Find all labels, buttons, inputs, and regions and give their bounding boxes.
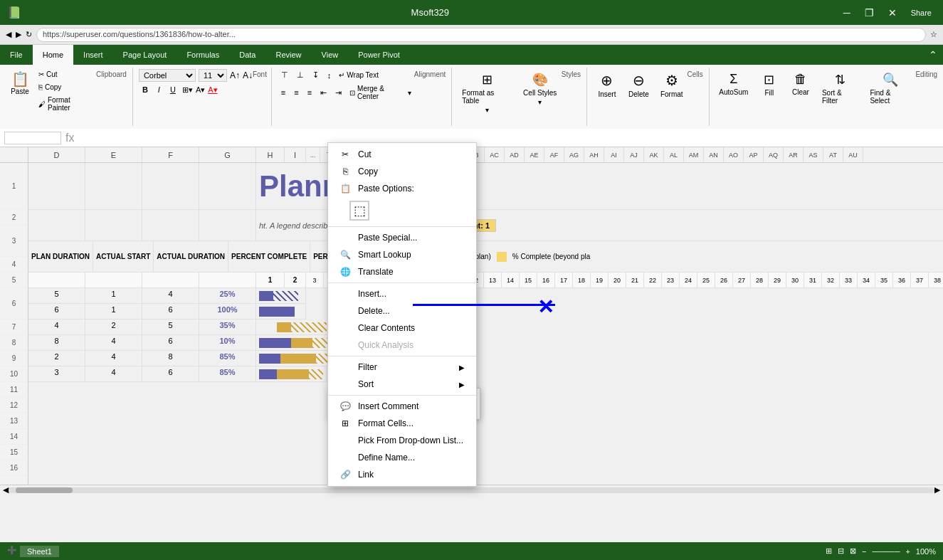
zoom-out-button[interactable]: −	[862, 547, 866, 556]
ctx-format-cells[interactable]: ⊞ Format Cells...	[328, 415, 476, 432]
font-color-button[interactable]: A▾	[208, 85, 217, 95]
ribbon-collapse-button[interactable]: ⌃	[929, 49, 937, 60]
text-direction-button[interactable]: ↕	[324, 69, 335, 81]
merge-center-button[interactable]: ⊡ Merge & Center ▾	[347, 83, 414, 102]
cut-button[interactable]: ✂ Cut	[36, 69, 96, 80]
fill-color-button[interactable]: A▾	[196, 85, 205, 95]
zoom-slider[interactable]: ─────	[872, 547, 900, 556]
tab-view[interactable]: View	[312, 45, 349, 65]
cells-area[interactable]: Planner ht. A legend describing the char…	[28, 163, 943, 485]
tab-home[interactable]: Home	[33, 45, 73, 65]
tab-power-pivot[interactable]: Power Pivot	[348, 45, 410, 65]
merge-center-label: Merge & Center	[357, 85, 406, 100]
tab-file[interactable]: File	[0, 45, 33, 65]
wrap-text-button[interactable]: ↵ Wrap Text	[336, 69, 381, 81]
insert-icon: ⊕	[601, 72, 613, 89]
view-normal-button[interactable]: ⊞	[826, 546, 832, 556]
ctx-paste-option[interactable]: ⬚	[328, 197, 476, 224]
format-button[interactable]: ⚙ Format	[656, 69, 688, 125]
cell-plan-2: 6	[28, 304, 85, 319]
view-page-button[interactable]: ⊠	[850, 546, 856, 556]
align-left-button[interactable]: ≡	[278, 87, 289, 98]
ctx-filter[interactable]: Filter ▶	[328, 359, 476, 376]
insert-button[interactable]: ⊕ Insert	[593, 69, 621, 125]
sheet-tab-1[interactable]: Sheet1	[20, 546, 59, 557]
refresh-button[interactable]: ↻	[26, 30, 32, 39]
ctx-translate[interactable]: 🌐 Translate	[328, 263, 476, 280]
fill-label: Fill	[765, 89, 774, 97]
cell-styles-button[interactable]: 🎨 Cell Styles ▾	[519, 69, 562, 117]
ctx-sort[interactable]: Sort ▶	[328, 376, 476, 393]
formula-input[interactable]	[78, 134, 939, 142]
minimize-button[interactable]: ─	[839, 6, 855, 20]
ctx-smart-lookup[interactable]: 🔍 Smart Lookup	[328, 246, 476, 263]
scroll-right-button[interactable]: ▶	[934, 485, 940, 495]
add-sheet-button[interactable]: ➕	[7, 546, 17, 557]
ctx-copy[interactable]: ⎘ Copy	[328, 163, 476, 180]
format-icon: ⚙	[665, 72, 678, 89]
paste-button[interactable]: 📋 Paste	[6, 69, 34, 98]
ctx-cut[interactable]: ✂ Cut	[328, 146, 476, 163]
align-bottom-button[interactable]: ↧	[309, 69, 322, 81]
close-button[interactable]: ✕	[884, 6, 901, 20]
underline-button[interactable]: U	[167, 84, 179, 95]
ctx-sep-2	[328, 282, 476, 283]
decrease-indent-button[interactable]: ⇤	[317, 87, 330, 99]
align-right-button[interactable]: ≡	[304, 87, 315, 98]
forward-button[interactable]: ▶	[16, 30, 21, 39]
tab-formulas[interactable]: Formulas	[177, 45, 229, 65]
star-icon[interactable]: ☆	[930, 30, 937, 39]
scrollbar-thumb[interactable]	[16, 487, 73, 493]
cell-plan-4: 8	[28, 335, 85, 351]
back-button[interactable]: ◀	[6, 30, 11, 39]
increase-font-button[interactable]: A↑	[230, 70, 240, 80]
ctx-clear-contents[interactable]: Clear Contents	[328, 319, 476, 337]
format-as-table-button[interactable]: ⊞ Format as Table ▾	[458, 69, 515, 117]
zoom-in-button[interactable]: +	[905, 547, 910, 556]
align-center-button[interactable]: ≡	[290, 87, 302, 98]
autosum-button[interactable]: Σ AutoSum	[715, 69, 752, 125]
view-layout-button[interactable]: ⊟	[838, 546, 844, 556]
tab-insert[interactable]: Insert	[73, 45, 113, 65]
fill-button[interactable]: ⊡ Fill	[755, 69, 784, 125]
title-bar-right: ─ ❐ ✕ Share	[839, 6, 936, 20]
ctx-paste-special[interactable]: Paste Special...	[328, 229, 476, 246]
find-select-button[interactable]: 🔍 Find & Select	[865, 69, 915, 125]
name-box[interactable]	[4, 132, 61, 144]
font-family-select[interactable]: Corbel	[139, 69, 196, 82]
scroll-left-button[interactable]: ◀	[3, 485, 9, 495]
tab-page-layout[interactable]: Page Layout	[113, 45, 177, 65]
tab-data[interactable]: Data	[229, 45, 265, 65]
cell-plan-6: 3	[28, 366, 85, 382]
ctx-define-name[interactable]: Define Name...	[328, 449, 476, 466]
ctx-insert[interactable]: Insert...	[328, 285, 476, 302]
share-button[interactable]: Share	[907, 7, 936, 19]
decrease-font-button[interactable]: A↓	[243, 70, 253, 80]
copy-button[interactable]: ⎘ Copy	[36, 82, 96, 93]
font-size-select[interactable]: 11	[199, 69, 227, 82]
delete-button[interactable]: ⊖ Delete	[624, 69, 653, 125]
ctx-paste-option-icon: ⬚	[349, 201, 369, 221]
increase-indent-button[interactable]: ⇥	[332, 87, 345, 99]
ctx-insert-comment[interactable]: 💬 Insert Comment	[328, 398, 476, 415]
ctx-pick-dropdown[interactable]: Pick From Drop-down List...	[328, 432, 476, 449]
header-actual-duration: ACTUAL DURATION	[154, 241, 228, 272]
align-top-button[interactable]: ⊤	[278, 69, 292, 81]
align-middle-button[interactable]: ⊥	[293, 69, 307, 81]
restore-button[interactable]: ❐	[860, 6, 878, 20]
annotation-line	[413, 304, 555, 306]
tab-review[interactable]: Review	[265, 45, 311, 65]
clear-button[interactable]: 🗑 Clear	[786, 69, 815, 125]
row-num-1: 1	[0, 163, 28, 210]
bold-button[interactable]: B	[139, 84, 152, 95]
table-row: 2 4 8 85%	[28, 351, 943, 366]
format-painter-button[interactable]: 🖌 Format Painter	[36, 95, 96, 113]
find-select-label: Find & Select	[870, 89, 911, 105]
ctx-link[interactable]: 🔗 Link	[328, 466, 476, 483]
col-dots: ...	[306, 147, 320, 162]
period-col-14: 14	[502, 273, 520, 287]
url-bar[interactable]: https://superuser.com/questions/1361836/…	[36, 28, 926, 42]
borders-button[interactable]: ⊞▾	[182, 85, 193, 95]
sort-filter-button[interactable]: ⇅ Sort & Filter	[818, 69, 863, 125]
italic-button[interactable]: I	[154, 84, 164, 95]
